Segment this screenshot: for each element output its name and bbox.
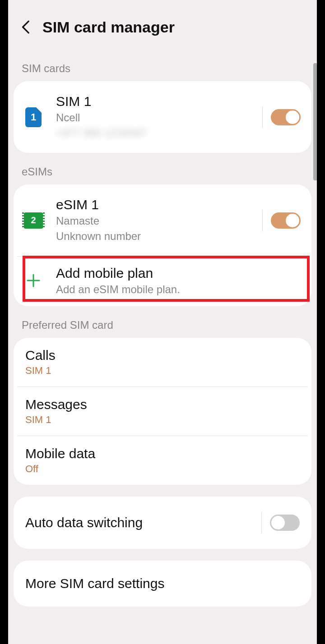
sim1-carrier: Ncell [56, 110, 262, 125]
calls-label: Calls [25, 348, 300, 363]
section-header-esims: eSIMs [8, 153, 317, 184]
mobile-data-label: Mobile data [25, 446, 300, 461]
sim1-number: +977 980 1234567 [56, 125, 262, 141]
auto-data-switching-toggle[interactable] [270, 515, 300, 531]
more-sim-settings-row[interactable]: More SIM card settings [14, 561, 311, 607]
calls-row[interactable]: Calls SIM 1 [14, 338, 311, 386]
sim1-title: SIM 1 [56, 94, 262, 109]
divider [262, 210, 263, 231]
mobile-data-row[interactable]: Mobile data Off [14, 436, 311, 485]
messages-label: Messages [25, 397, 300, 412]
esim1-row[interactable]: 2 eSIM 1 Namaste Unknown number [14, 184, 311, 256]
plus-icon [26, 273, 41, 290]
auto-data-switching-row[interactable]: Auto data switching [14, 497, 311, 549]
page-title: SIM card manager [42, 18, 175, 36]
divider [262, 106, 263, 128]
esim1-carrier: Namaste [56, 213, 262, 229]
esim1-badge: 2 [31, 215, 36, 225]
esims-card: 2 eSIM 1 Namaste Unknown number [14, 184, 311, 306]
more-sim-settings-label: More SIM card settings [25, 576, 300, 591]
mobile-data-value: Off [25, 463, 300, 475]
more-settings-card: More SIM card settings [14, 561, 311, 607]
add-plan-title: Add mobile plan [56, 266, 301, 281]
messages-row[interactable]: Messages SIM 1 [14, 387, 311, 436]
section-header-preferred: Preferred SIM card [8, 306, 317, 338]
sim1-toggle[interactable] [271, 109, 301, 125]
esim-chip-icon: 2 [23, 212, 44, 229]
divider [261, 512, 262, 534]
messages-value: SIM 1 [25, 414, 300, 426]
sim1-row[interactable]: 1 SIM 1 Ncell +977 980 1234567 [14, 81, 311, 153]
calls-value: SIM 1 [25, 365, 300, 377]
auto-data-switching-label: Auto data switching [25, 515, 261, 530]
scroll-indicator[interactable] [313, 63, 317, 180]
auto-data-switching-card: Auto data switching [14, 497, 311, 549]
sim-cards-card: 1 SIM 1 Ncell +977 980 1234567 [14, 81, 311, 153]
add-mobile-plan-row[interactable]: Add mobile plan Add an eSIM mobile plan. [14, 257, 311, 306]
add-plan-subtitle: Add an eSIM mobile plan. [56, 282, 301, 297]
header: SIM card manager [8, 0, 317, 50]
esim1-title: eSIM 1 [56, 197, 262, 212]
preferred-sim-card: Calls SIM 1 Messages SIM 1 Mobile data O… [14, 338, 311, 485]
esim1-number: Unknown number [56, 229, 262, 244]
sim1-badge: 1 [31, 111, 36, 123]
sim-card-icon: 1 [25, 107, 42, 127]
section-header-sim-cards: SIM cards [8, 50, 317, 81]
esim1-toggle[interactable] [271, 212, 301, 229]
back-icon[interactable] [16, 18, 34, 36]
